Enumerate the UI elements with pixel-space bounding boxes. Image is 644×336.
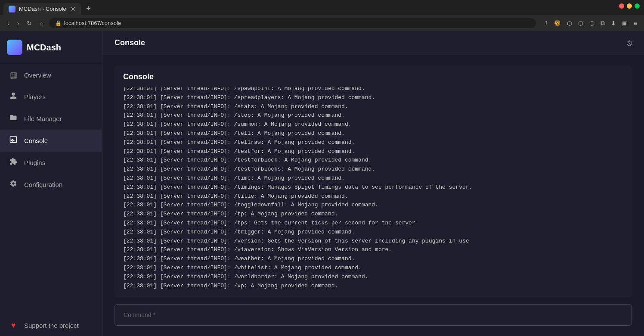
extension-icon-1[interactable]: ⬡ [565, 18, 574, 28]
window-minimize-button[interactable] [627, 3, 632, 9]
new-tab-button[interactable]: + [83, 3, 94, 15]
window-close-button[interactable] [619, 3, 624, 9]
command-input[interactable] [115, 304, 632, 326]
tab-label: MCDash - Console [19, 6, 66, 12]
sidebar-item-players[interactable]: Players [0, 86, 102, 108]
command-row [115, 304, 632, 326]
sidebar-item-label-configuration: Configuration [24, 181, 62, 188]
share-icon[interactable]: ⤴ [543, 18, 549, 28]
brave-shield-icon[interactable]: 🦁 [552, 18, 563, 28]
download-icon[interactable]: ⬇ [609, 18, 618, 28]
menu-icon[interactable]: ≡ [632, 18, 639, 28]
sidebar-item-overview[interactable]: ▦ Overview [0, 64, 102, 86]
address-bar-row: ‹ › ↻ ⌂ 🔒 localhost:7867/console ⤴ 🦁 ⬡ ⬡… [0, 15, 644, 31]
sidebar-item-label-players: Players [24, 93, 46, 100]
security-icon: 🔒 [55, 20, 62, 26]
address-bar[interactable]: 🔒 localhost:7867/console [49, 18, 536, 28]
console-output[interactable]: [22:38:01] [Server thread/INFO]: /spawnp… [123, 87, 623, 290]
plugins-icon [9, 158, 18, 168]
sidebar-item-label-support: Support the project [24, 322, 79, 329]
sidebar-item-console[interactable]: Console [0, 130, 102, 152]
sidebar: MCDash ▦ Overview Players File Manager C… [0, 31, 102, 336]
tab-close-button[interactable]: ✕ [71, 6, 76, 12]
sidebar-item-configuration[interactable]: Configuration [0, 174, 102, 196]
sidebar-item-label-plugins: Plugins [24, 159, 45, 166]
app-layout: MCDash ▦ Overview Players File Manager C… [0, 31, 644, 336]
sidebar-item-file-manager[interactable]: File Manager [0, 108, 102, 130]
extensions-button[interactable]: ⧉ [599, 18, 607, 28]
support-icon: ♥ [9, 321, 18, 330]
content-area: Console [22:38:01] [Server thread/INFO]:… [102, 55, 644, 336]
overview-icon: ▦ [9, 70, 18, 80]
browser-toolbar-icons: ⤴ 🦁 ⬡ ⬡ ⬡ ⧉ ⬇ ▣ ≡ [543, 18, 639, 28]
logo-text: MCDash [27, 43, 61, 53]
home-button[interactable]: ⌂ [37, 19, 45, 28]
address-text: localhost:7867/console [64, 20, 121, 26]
browser-tab[interactable]: MCDash - Console ✕ [3, 3, 81, 15]
forward-button[interactable]: › [15, 19, 22, 28]
page-title: Console [115, 38, 145, 47]
tab-bar: MCDash - Console ✕ + [0, 0, 644, 15]
players-icon [9, 92, 18, 102]
sidebar-logo: MCDash [0, 31, 102, 64]
extension-icon-2[interactable]: ⬡ [576, 18, 585, 28]
page-header: Console ⎋ [102, 31, 644, 55]
back-button[interactable]: ‹ [5, 19, 12, 28]
exit-icon[interactable]: ⎋ [627, 38, 632, 48]
file-manager-icon [9, 114, 18, 124]
sidebar-toggle-icon[interactable]: ▣ [620, 18, 629, 28]
extension-icon-3[interactable]: ⬡ [588, 18, 596, 28]
sidebar-item-label-overview: Overview [24, 72, 51, 79]
window-maximize-button[interactable] [635, 3, 640, 9]
main-content: Console ⎋ Console [22:38:01] [Server thr… [102, 31, 644, 336]
refresh-button[interactable]: ↻ [25, 19, 34, 28]
sidebar-item-label-file-manager: File Manager [24, 115, 62, 122]
console-icon [9, 136, 18, 146]
configuration-icon [9, 180, 18, 190]
sidebar-item-support[interactable]: ♥ Support the project [0, 315, 102, 336]
sidebar-item-label-console: Console [24, 137, 48, 144]
tab-favicon [9, 6, 15, 12]
sidebar-item-plugins[interactable]: Plugins [0, 152, 102, 174]
console-heading: Console [123, 72, 623, 81]
console-section: Console [22:38:01] [Server thread/INFO]:… [115, 65, 632, 297]
logo-icon [7, 40, 22, 55]
browser-chrome: MCDash - Console ✕ + ‹ › ↻ ⌂ 🔒 localhost… [0, 0, 644, 31]
